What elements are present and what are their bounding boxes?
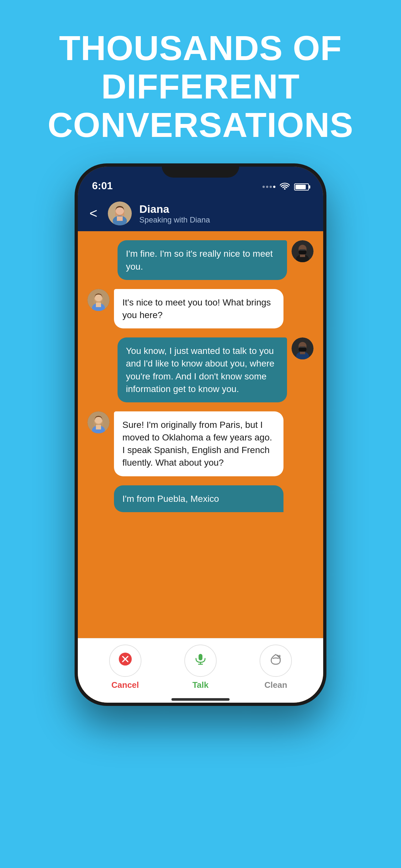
cancel-icon xyxy=(118,652,132,670)
clean-button[interactable]: Clean xyxy=(250,645,302,690)
svg-rect-4 xyxy=(117,216,123,221)
svg-rect-16 xyxy=(96,303,101,307)
message-row-3: You know, I just wanted to talk to you a… xyxy=(88,337,313,402)
wifi-icon xyxy=(280,182,289,192)
message-row-1: I'm fine. I'm so it's really nice to mee… xyxy=(88,240,313,280)
headline-line2: DIFFERENT xyxy=(101,67,300,106)
microphone-icon xyxy=(193,652,208,670)
diana-avatar-4 xyxy=(88,411,110,433)
bubble-4: Sure! I'm originally from Paris, but I m… xyxy=(114,411,283,476)
headline-line1: THOUSANDS OF xyxy=(59,28,342,67)
message-row-4: Sure! I'm originally from Paris, but I m… xyxy=(88,411,313,476)
nav-avatar xyxy=(108,202,132,225)
nav-name: Diana xyxy=(140,203,210,215)
bubble-5: I'm from Puebla, Mexico xyxy=(114,485,283,512)
status-icons xyxy=(263,182,309,192)
talk-label: Talk xyxy=(192,680,209,690)
battery-icon xyxy=(294,183,309,190)
user-avatar-1 xyxy=(291,240,313,262)
chat-area: I'm fine. I'm so it's really nice to mee… xyxy=(78,231,323,638)
home-indicator xyxy=(172,698,229,701)
svg-rect-22 xyxy=(299,347,306,352)
diana-avatar-2 xyxy=(88,289,110,311)
svg-rect-32 xyxy=(198,654,203,660)
notch xyxy=(162,163,239,178)
nav-bar: < Diana Speaking xyxy=(78,196,323,231)
nav-subtitle: Speaking with Diana xyxy=(140,215,210,224)
nav-info: Diana Speaking with Diana xyxy=(140,203,210,224)
cancel-button[interactable]: Cancel xyxy=(99,645,151,690)
bubble-1: I'm fine. I'm so it's really nice to mee… xyxy=(118,240,287,280)
svg-rect-10 xyxy=(299,250,306,254)
headline: THOUSANDS OF DIFFERENT CONVERSATIONS xyxy=(35,29,366,144)
phone-screen: 6:01 xyxy=(78,166,323,703)
signal-icon xyxy=(263,186,275,188)
message-row-5: I'm from Puebla, Mexico xyxy=(88,485,313,512)
svg-rect-23 xyxy=(299,346,306,348)
headline-line3: CONVERSATIONS xyxy=(48,105,353,144)
status-time: 6:01 xyxy=(92,180,113,192)
cancel-label: Cancel xyxy=(112,680,139,690)
svg-rect-28 xyxy=(96,425,101,430)
user-avatar-3 xyxy=(291,337,313,360)
bubble-2: It's nice to meet you too! What brings y… xyxy=(114,289,283,329)
clean-label: Clean xyxy=(265,680,287,690)
bubble-3: You know, I just wanted to talk to you a… xyxy=(118,337,287,402)
phone: 6:01 xyxy=(74,163,327,706)
talk-button[interactable]: Talk xyxy=(175,645,226,690)
clean-icon xyxy=(269,652,283,670)
svg-rect-11 xyxy=(299,249,306,251)
message-row-2: It's nice to meet you too! What brings y… xyxy=(88,289,313,329)
back-button[interactable]: < xyxy=(89,207,97,220)
bottom-bar: Cancel Talk xyxy=(78,638,323,703)
